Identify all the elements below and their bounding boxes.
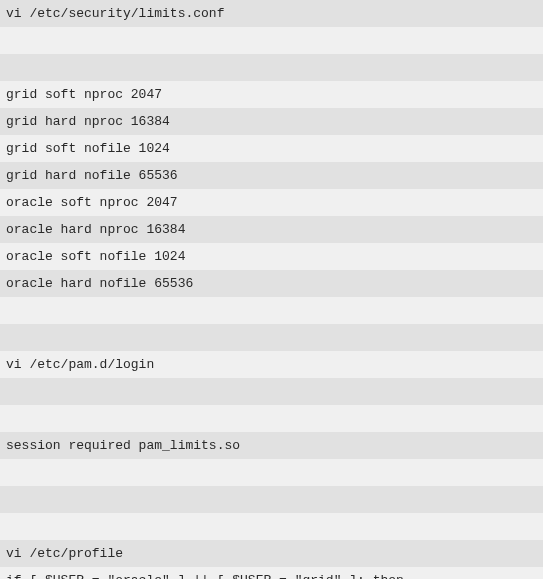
code-line: oracle hard nofile 65536 xyxy=(0,270,543,297)
code-line: grid soft nofile 1024 xyxy=(0,135,543,162)
code-line xyxy=(0,513,543,540)
code-line: grid hard nproc 16384 xyxy=(0,108,543,135)
code-line: vi /etc/pam.d/login xyxy=(0,351,543,378)
code-listing: vi /etc/security/limits.confgrid soft np… xyxy=(0,0,543,579)
code-line: if [ $USER = "oracle" ] || [ $USER = "gr… xyxy=(0,567,543,579)
code-line xyxy=(0,405,543,432)
code-line xyxy=(0,54,543,81)
code-line xyxy=(0,459,543,486)
code-line xyxy=(0,378,543,405)
code-line: grid hard nofile 65536 xyxy=(0,162,543,189)
code-line xyxy=(0,324,543,351)
code-line: vi /etc/security/limits.conf xyxy=(0,0,543,27)
code-line xyxy=(0,297,543,324)
code-line: vi /etc/profile xyxy=(0,540,543,567)
code-line: oracle soft nproc 2047 xyxy=(0,189,543,216)
code-line: oracle soft nofile 1024 xyxy=(0,243,543,270)
code-line: oracle hard nproc 16384 xyxy=(0,216,543,243)
code-line xyxy=(0,486,543,513)
code-line: grid soft nproc 2047 xyxy=(0,81,543,108)
code-line: session required pam_limits.so xyxy=(0,432,543,459)
code-line xyxy=(0,27,543,54)
